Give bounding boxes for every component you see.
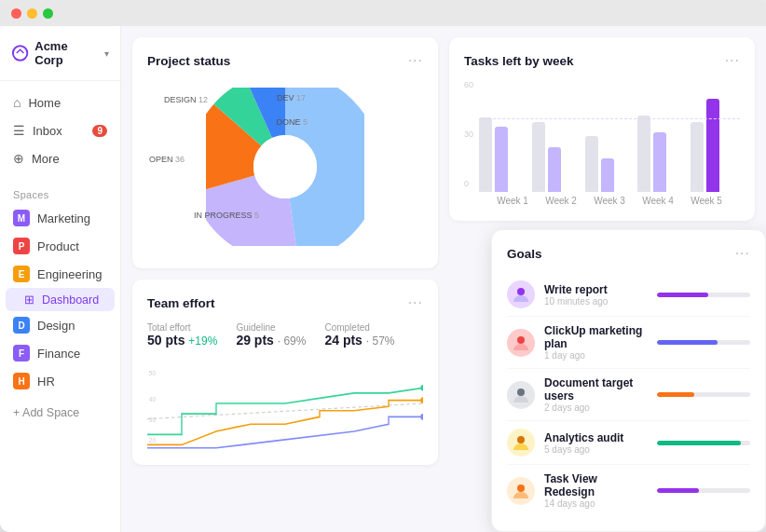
bar-w3-2 (601, 158, 614, 192)
dashboard-content: Project status ··· (121, 26, 766, 532)
main-nav: ⌂ Home ☰ Inbox 9 ⊕ More (0, 81, 120, 180)
goal-avatar-2 (507, 381, 535, 409)
svg-point-18 (517, 436, 525, 443)
hr-label: HR (37, 375, 55, 389)
project-status-card: Project status ··· (132, 37, 438, 268)
workspace-name: Acme Corp (34, 39, 97, 67)
chevron-down-icon: ▾ (104, 48, 109, 59)
goal-avatar-4 (507, 477, 535, 505)
goal-avatar-3 (507, 429, 535, 457)
bar-w2-1 (532, 122, 545, 192)
goal-time-2: 2 days ago (544, 402, 648, 413)
nav-inbox[interactable]: ☰ Inbox 9 (0, 116, 120, 144)
sidebar-item-finance[interactable]: F Finance (0, 339, 120, 367)
tasks-more[interactable]: ··· (725, 52, 740, 69)
goal-time-0: 10 minutes ago (544, 296, 648, 307)
bar-groups (479, 80, 740, 192)
product-label: Product (37, 239, 79, 253)
svg-point-0 (13, 46, 27, 60)
chart-week-labels: Week 1 Week 2 Week 3 Week 4 Week 5 (479, 192, 740, 206)
goal-item-1: ClickUp marketing plan 1 day ago (507, 317, 750, 369)
dashed-line-tasks (479, 118, 740, 119)
add-space-button[interactable]: + Add Space (0, 399, 120, 427)
inbox-icon: ☰ (13, 123, 25, 138)
window-body: Acme Corp ▾ ⌂ Home ☰ Inbox 9 ⊕ More Spa (0, 26, 766, 532)
svg-text:20: 20 (149, 437, 156, 445)
week2-label: Week 2 (537, 196, 585, 206)
progress-fill-3 (657, 441, 741, 445)
svg-line-7 (147, 403, 423, 419)
hr-dot: H (13, 373, 30, 389)
sidebar-item-marketing[interactable]: M Marketing (0, 204, 120, 232)
team-effort-title: Team effort (147, 296, 215, 310)
bar-w5-2 (706, 99, 719, 192)
effort-chart-svg: 50 40 30 20 (147, 357, 423, 450)
minimize-button[interactable] (27, 8, 37, 19)
stat-completed: Completed 24 pts · 57% (324, 322, 394, 348)
bar-w3-1 (585, 136, 598, 192)
goal-avatar-1 (507, 329, 535, 357)
progress-bg-3 (657, 441, 750, 445)
nav-more-label: More (32, 152, 60, 166)
bar-group-week5 (691, 99, 740, 192)
tasks-y-axis: 60 30 0 (464, 80, 473, 192)
svg-point-17 (517, 389, 525, 396)
dashboard-label: Dashboard (42, 293, 99, 307)
sidebar-item-hr[interactable]: H HR (0, 367, 120, 395)
goal-name-2: Document target users (544, 376, 648, 402)
inbox-badge: 9 (92, 125, 107, 137)
goals-more[interactable]: ··· (735, 245, 750, 262)
team-effort-header: Team effort ··· (147, 294, 423, 311)
tasks-header: Tasks left by week ··· (464, 52, 740, 69)
engineering-label: Engineering (37, 267, 102, 281)
goal-name-3: Analytics audit (544, 431, 648, 444)
sidebar-item-engineering[interactable]: E Engineering (0, 260, 120, 288)
nav-more[interactable]: ⊕ More (0, 144, 120, 172)
workspace-logo (11, 44, 29, 62)
tasks-bars-wrapper: Week 1 Week 2 Week 3 Week 4 Week 5 (479, 80, 740, 206)
finance-dot: F (13, 345, 30, 361)
project-status-more[interactable]: ··· (408, 52, 423, 69)
bar-group-week3 (585, 136, 635, 192)
tasks-title: Tasks left by week (464, 54, 574, 68)
project-status-title: Project status (147, 54, 230, 68)
project-status-header: Project status ··· (147, 52, 423, 69)
more-icon: ⊕ (13, 151, 24, 166)
goals-title: Goals (507, 247, 542, 261)
close-button[interactable] (11, 8, 21, 19)
nav-home[interactable]: ⌂ Home (0, 89, 120, 116)
progress-fill-0 (657, 293, 708, 297)
sidebar-item-design[interactable]: D Design (0, 311, 120, 339)
finance-label: Finance (37, 347, 80, 361)
svg-point-19 (517, 484, 525, 492)
week3-label: Week 3 (585, 196, 634, 206)
y-label-30: 30 (464, 130, 473, 139)
home-icon: ⌂ (13, 95, 21, 110)
design-label: Design (37, 319, 75, 333)
week4-label: Week 4 (634, 196, 682, 206)
workspace-header[interactable]: Acme Corp ▾ (0, 26, 120, 81)
goal-avatar-0 (507, 280, 535, 308)
sidebar-item-product[interactable]: P Product (0, 232, 120, 260)
bar-w5-1 (691, 122, 704, 192)
completed-label: Completed (324, 322, 394, 333)
goal-name-0: Write report (544, 283, 648, 296)
goal-info-3: Analytics audit 5 days ago (544, 431, 648, 455)
goal-progress-4 (657, 488, 750, 493)
main-area: Project status ··· (121, 26, 766, 532)
svg-point-8 (420, 385, 423, 391)
goals-header: Goals ··· (507, 245, 750, 262)
sidebar-item-dashboard[interactable]: ⊞ Dashboard (6, 288, 115, 311)
total-effort-label: Total effort (147, 322, 217, 333)
team-effort-more[interactable]: ··· (408, 294, 423, 311)
goal-item-3: Analytics audit 5 days ago (507, 421, 750, 465)
team-effort-card: Team effort ··· Total effort 50 pts +19%… (132, 280, 438, 465)
maximize-button[interactable] (43, 8, 53, 19)
design-dot: D (13, 317, 30, 334)
svg-text:40: 40 (149, 395, 156, 403)
titlebar (0, 0, 766, 26)
bar-w2-2 (548, 147, 561, 192)
goal-info-2: Document target users 2 days ago (544, 376, 648, 413)
bar-w1-1 (479, 117, 492, 192)
goal-progress-2 (657, 392, 750, 397)
